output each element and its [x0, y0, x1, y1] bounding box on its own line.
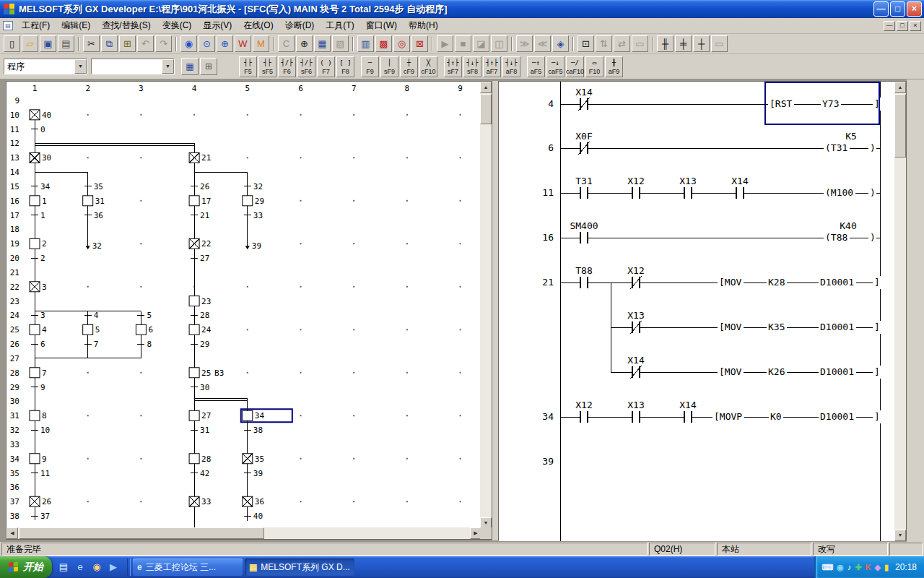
- write-mode-button[interactable]: W: [235, 35, 251, 52]
- menu-item-5[interactable]: 在线(O): [237, 17, 279, 34]
- sort-button[interactable]: ⇅: [596, 35, 612, 52]
- device-find-button[interactable]: ◎: [393, 35, 410, 52]
- scroll-up-icon[interactable]: ▲: [894, 82, 906, 93]
- sfc-vertical-scrollbar[interactable]: ▲ ▼: [480, 82, 492, 529]
- task-button-1[interactable]: ▦MELSOFT系列 GX D...: [245, 558, 354, 576]
- ladder-symbol-aF7-button[interactable]: ┤↑├aF7: [483, 56, 501, 77]
- delete-mode-button[interactable]: ⊠: [411, 35, 428, 52]
- ladder-symbol-aF8-button[interactable]: ┤↓├aF8: [502, 56, 520, 77]
- menu-item-4[interactable]: 显示(V): [197, 17, 237, 34]
- sfc-step[interactable]: [83, 196, 93, 206]
- menu-item-6[interactable]: 诊断(D): [279, 17, 321, 34]
- grid-horizontal-button[interactable]: ╪: [675, 35, 692, 52]
- ladder-symbol-aF5-button[interactable]: ─↑aF5: [527, 56, 545, 77]
- comment-display-button[interactable]: C: [278, 35, 295, 52]
- ladder-symbol-cF10-button[interactable]: ╳cF10: [419, 56, 437, 77]
- sfc-step[interactable]: [30, 454, 40, 464]
- ladder-symbol-F9-button[interactable]: ─F9: [361, 56, 379, 77]
- macro-button[interactable]: ▧: [332, 35, 349, 52]
- ladder-symbol-caF5-button[interactable]: ─↓caF5: [546, 56, 565, 77]
- ladder-editor-canvas[interactable]: 4X14[RSTY73]6X0F(T31)K511T31X12X13X14(M1…: [499, 82, 896, 541]
- sfc-step[interactable]: [30, 368, 40, 378]
- scrollbar-thumb[interactable]: [894, 94, 906, 158]
- redo-button[interactable]: ↷: [155, 35, 172, 52]
- monitor-start-button[interactable]: ▶: [437, 35, 453, 52]
- ladder-symbol-F10-button[interactable]: ▭F10: [585, 56, 603, 77]
- ladder-symbol-F7-button[interactable]: ( )F7: [317, 56, 335, 77]
- sfc-step[interactable]: [189, 454, 199, 464]
- kingsoft-icon[interactable]: K: [865, 561, 871, 573]
- sfc-horizontal-scrollbar[interactable]: ◀ ▶: [6, 527, 481, 539]
- ladder-symbol-sF9-button[interactable]: │sF9: [380, 56, 398, 77]
- sfc-step[interactable]: [30, 324, 40, 335]
- paste-button[interactable]: ⊞: [119, 35, 136, 52]
- device-test-button[interactable]: ◪: [473, 35, 489, 52]
- menu-item-8[interactable]: 窗口(W): [360, 17, 403, 34]
- start-button[interactable]: 开始: [0, 556, 52, 578]
- monitor-stop-button[interactable]: ■: [455, 35, 471, 52]
- ladder-symbol-sF8-button[interactable]: ┤↓├sF8: [463, 56, 481, 77]
- sfc-step[interactable]: [30, 410, 40, 420]
- ladder-symbol-cF9-button[interactable]: ┼cF9: [400, 56, 418, 77]
- sfc-step[interactable]: [83, 324, 93, 335]
- input-method-icon[interactable]: ⌨: [821, 561, 833, 573]
- restore-button[interactable]: □: [890, 1, 905, 17]
- sfc-step[interactable]: [136, 324, 146, 335]
- zoom-button[interactable]: ⊕: [296, 35, 313, 52]
- network-icon[interactable]: ▮: [884, 561, 889, 573]
- open-button[interactable]: ▱: [22, 35, 38, 52]
- cut-button[interactable]: ✂: [83, 35, 100, 52]
- step-execution-button[interactable]: ≫: [516, 35, 533, 52]
- sfc-step[interactable]: [189, 368, 199, 378]
- volume-icon[interactable]: ♪: [847, 561, 852, 573]
- block-convert-button[interactable]: ⊡: [578, 35, 594, 52]
- scroll-down-icon[interactable]: ▼: [894, 530, 906, 541]
- sfc-step[interactable]: [243, 410, 253, 420]
- data-type-combobox[interactable]: 程序 ▼: [4, 59, 87, 74]
- sfc-step[interactable]: [189, 410, 199, 420]
- mdi-close-button[interactable]: ×: [910, 21, 921, 31]
- help-button[interactable]: ▭: [711, 35, 728, 52]
- new-button[interactable]: ▯: [4, 35, 20, 52]
- grid-vertical-button[interactable]: ╫: [657, 35, 674, 52]
- messenger-icon[interactable]: ◉: [837, 561, 844, 573]
- data-name-combobox[interactable]: ▼: [91, 59, 175, 74]
- ladder-symbol-sF6-button[interactable]: ┤/├sF6: [297, 56, 315, 77]
- menu-item-1[interactable]: 编辑(E): [56, 17, 96, 34]
- undo-button[interactable]: ↶: [137, 35, 154, 52]
- ladder-symbol-sF5-button[interactable]: ┤├sF5: [258, 56, 276, 77]
- sfc-step[interactable]: [189, 324, 199, 335]
- title-bar[interactable]: MELSOFT系列 GX Developer E:\程序\901河北振兴 - […: [0, 0, 924, 18]
- show-desktop-icon[interactable]: ▤: [56, 560, 71, 574]
- ladder-zoom-view-button[interactable]: ▦: [181, 58, 199, 75]
- menu-item-2[interactable]: 查找/替换(S): [96, 17, 156, 34]
- outlook-icon[interactable]: ◉: [90, 560, 104, 574]
- menu-item-0[interactable]: 工程(F): [16, 17, 56, 34]
- monitor-mode-button[interactable]: M: [253, 35, 269, 52]
- download-icon[interactable]: ◆: [874, 561, 880, 573]
- partial-execution-button[interactable]: ≪: [534, 35, 551, 52]
- skip-execution-button[interactable]: ◫: [491, 35, 507, 52]
- ladder-vertical-scrollbar[interactable]: ▲ ▼: [894, 82, 906, 541]
- internet-explorer-icon[interactable]: e: [73, 560, 87, 574]
- copy-button[interactable]: ⧉: [101, 35, 118, 52]
- sfc-jump-arrow-icon[interactable]: [86, 246, 90, 249]
- chevron-down-icon[interactable]: ▼: [162, 59, 174, 74]
- antivirus-icon[interactable]: ✚: [855, 561, 861, 573]
- block-list-button[interactable]: ▥: [357, 35, 374, 52]
- sfc-jump-arrow-icon[interactable]: [245, 246, 250, 249]
- scroll-up-icon[interactable]: ▲: [480, 82, 492, 93]
- ladder-symbol-caF10-button[interactable]: ─/caF10: [566, 56, 584, 77]
- sfc-step[interactable]: [30, 196, 40, 206]
- chevron-down-icon[interactable]: ▼: [74, 59, 87, 74]
- verify-button[interactable]: ⇄: [614, 35, 630, 52]
- media-player-icon[interactable]: ▶: [106, 560, 121, 574]
- device-list-button[interactable]: ▦: [314, 35, 331, 52]
- task-button-0[interactable]: e三菱工控论坛 三...: [133, 558, 243, 576]
- find-device-button[interactable]: ⊙: [199, 35, 215, 52]
- online-change-button[interactable]: ◈: [552, 35, 569, 52]
- ladder-monitor-button[interactable]: ▩: [375, 35, 392, 52]
- ladder-symbol-F8-button[interactable]: [ ]F8: [336, 56, 354, 77]
- print-button[interactable]: ▤: [58, 35, 74, 52]
- ladder-symbol-aF9-button[interactable]: ╂aF9: [605, 56, 623, 77]
